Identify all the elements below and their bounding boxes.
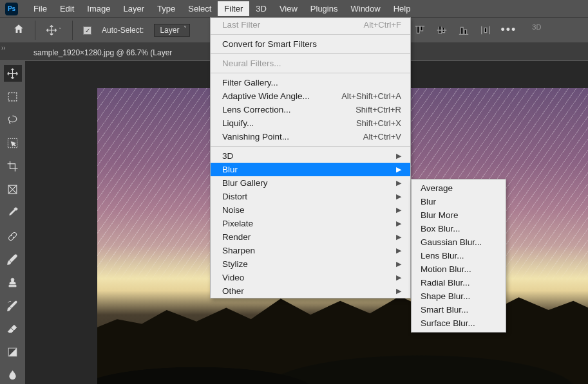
submenu-arrow-icon: ▶: [390, 219, 401, 228]
history-brush-tool[interactable]: [4, 297, 22, 314]
filter-menu-dropdown: Last Filter Alt+Ctrl+F Convert for Smart…: [210, 17, 411, 298]
menu-item-label: Adaptive Wide Angle...: [222, 91, 310, 101]
menu-filter[interactable]: Filter: [218, 1, 249, 16]
auto-select-checkbox[interactable]: ✓: [83, 26, 91, 35]
menu-item-label: 3D: [222, 151, 233, 161]
submenu-motion-blur[interactable]: Motion Blur...: [412, 262, 506, 276]
align-top-icon[interactable]: [413, 23, 427, 37]
menu-item-label: Noise: [222, 205, 245, 215]
menu-distort-submenu[interactable]: Distort▶: [211, 190, 410, 203]
home-icon[interactable]: [13, 23, 24, 38]
move-tool-icon[interactable]: ˅: [46, 24, 62, 36]
menu-pixelate-submenu[interactable]: Pixelate▶: [211, 217, 410, 230]
menu-blur-submenu[interactable]: Blur▶: [211, 163, 410, 176]
submenu-surface-blur[interactable]: Surface Blur...: [412, 316, 506, 330]
brush-tool[interactable]: [4, 251, 22, 268]
align-group: ••• 3D: [413, 23, 541, 37]
align-vcenter-icon[interactable]: [435, 23, 449, 37]
menu-plugins[interactable]: Plugins: [304, 1, 345, 16]
3d-mode-label[interactable]: 3D: [532, 23, 541, 37]
menu-lens-correction[interactable]: Lens Correction... Shift+Ctrl+R: [211, 103, 410, 116]
submenu-shape-blur[interactable]: Shape Blur...: [412, 289, 506, 303]
menu-3d[interactable]: 3D: [249, 1, 273, 16]
submenu-smart-blur[interactable]: Smart Blur...: [412, 303, 506, 316]
menu-item-shortcut: Shift+Ctrl+X: [356, 118, 401, 128]
menu-layer[interactable]: Layer: [117, 1, 151, 16]
panel-handle-icon[interactable]: ››: [1, 44, 6, 51]
menu-item-label: Neural Filters...: [222, 59, 281, 68]
submenu-lens-blur[interactable]: Lens Blur...: [412, 249, 506, 262]
lasso-tool[interactable]: [4, 111, 22, 128]
menu-last-filter[interactable]: Last Filter Alt+Ctrl+F: [211, 18, 410, 32]
menu-render-submenu[interactable]: Render▶: [211, 230, 410, 244]
align-bottom-icon[interactable]: [457, 23, 471, 37]
submenu-radial-blur[interactable]: Radial Blur...: [412, 276, 506, 289]
menu-item-label: Stylize: [222, 259, 248, 269]
gradient-tool[interactable]: [4, 344, 22, 361]
menu-adaptive-wide-angle[interactable]: Adaptive Wide Angle... Alt+Shift+Ctrl+A: [211, 89, 410, 103]
submenu-arrow-icon: ▶: [390, 206, 401, 214]
submenu-average[interactable]: Average: [412, 181, 506, 195]
menu-video-submenu[interactable]: Video▶: [211, 271, 410, 284]
menu-stylize-submenu[interactable]: Stylize▶: [211, 257, 410, 271]
submenu-gaussian-blur[interactable]: Gaussian Blur...: [412, 235, 506, 249]
layer-select-dropdown[interactable]: Layer: [154, 24, 190, 37]
menu-liquify[interactable]: Liquify... Shift+Ctrl+X: [211, 116, 410, 130]
submenu-box-blur[interactable]: Box Blur...: [412, 222, 506, 235]
move-tool[interactable]: [4, 65, 22, 82]
menu-3d-submenu[interactable]: 3D▶: [211, 149, 410, 163]
menu-neural-filters[interactable]: Neural Filters...: [211, 57, 410, 70]
menu-filter-gallery[interactable]: Filter Gallery...: [211, 76, 410, 89]
submenu-arrow-icon: ▶: [390, 273, 401, 282]
menu-item-label: Video: [222, 273, 244, 282]
svg-point-4: [11, 235, 12, 236]
document-tab[interactable]: sample_1920×1280.jpg @ 66.7% (Layer: [28, 46, 177, 60]
submenu-arrow-icon: ▶: [390, 165, 401, 174]
stamp-tool[interactable]: [4, 274, 22, 291]
menu-item-label: Liquify...: [222, 118, 254, 128]
menu-item-shortcut: Alt+Ctrl+V: [363, 132, 401, 142]
eyedropper-tool[interactable]: [4, 205, 22, 221]
submenu-arrow-icon: ▶: [390, 192, 401, 201]
eraser-tool[interactable]: [4, 321, 22, 338]
distribute-icon[interactable]: [479, 23, 493, 37]
menu-edit[interactable]: Edit: [53, 1, 81, 16]
tools-panel: [0, 61, 25, 384]
menu-image[interactable]: Image: [81, 1, 117, 16]
blur-submenu: Average Blur Blur More Box Blur... Gauss…: [411, 179, 506, 333]
menu-item-shortcut: Shift+Ctrl+R: [356, 105, 401, 114]
submenu-blur-more[interactable]: Blur More: [412, 208, 506, 222]
menu-item-label: Filter Gallery...: [222, 78, 278, 87]
menu-item-label: Blur Gallery: [222, 178, 268, 188]
healing-tool[interactable]: [4, 228, 22, 244]
menu-item-label: Distort: [222, 192, 247, 201]
submenu-arrow-icon: ▶: [390, 233, 401, 241]
svg-point-5: [13, 237, 14, 238]
menu-item-label: Pixelate: [222, 219, 253, 228]
object-select-tool[interactable]: [4, 134, 22, 151]
menu-other-submenu[interactable]: Other▶: [211, 284, 410, 298]
crop-tool[interactable]: [4, 158, 22, 175]
submenu-arrow-icon: ▶: [390, 287, 401, 295]
frame-tool[interactable]: [4, 181, 22, 198]
marquee-tool[interactable]: [4, 88, 22, 105]
svg-rect-3: [8, 232, 17, 241]
menu-item-label: Other: [222, 286, 244, 296]
menu-window[interactable]: Window: [344, 1, 386, 16]
blur-tool[interactable]: [4, 367, 22, 384]
menu-item-label: Lens Correction...: [222, 105, 291, 114]
menu-convert-smart[interactable]: Convert for Smart Filters: [211, 37, 410, 51]
more-icon[interactable]: •••: [500, 23, 517, 37]
menu-noise-submenu[interactable]: Noise▶: [211, 203, 410, 217]
submenu-arrow-icon: ▶: [390, 260, 401, 268]
menu-help[interactable]: Help: [387, 1, 417, 16]
menu-file[interactable]: File: [27, 1, 53, 16]
submenu-blur[interactable]: Blur: [412, 195, 506, 208]
menu-view[interactable]: View: [273, 1, 304, 16]
menu-select[interactable]: Select: [182, 1, 218, 16]
menu-blur-gallery-submenu[interactable]: Blur Gallery▶: [211, 176, 410, 190]
menu-item-label: Last Filter: [222, 20, 260, 30]
menu-sharpen-submenu[interactable]: Sharpen▶: [211, 244, 410, 257]
menu-vanishing-point[interactable]: Vanishing Point... Alt+Ctrl+V: [211, 130, 410, 143]
menu-type[interactable]: Type: [151, 1, 182, 16]
